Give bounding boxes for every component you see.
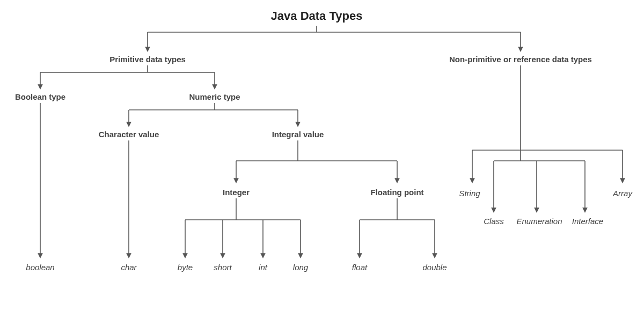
root-title: Java Data Types xyxy=(271,9,363,23)
leaf-byte: byte xyxy=(178,263,193,272)
node-character-value: Character value xyxy=(99,130,159,139)
leaf-class: Class xyxy=(484,217,504,226)
leaf-float: float xyxy=(352,263,367,272)
leaf-enumeration: Enumeration xyxy=(516,217,562,226)
leaf-char: char xyxy=(121,263,136,272)
leaf-boolean: boolean xyxy=(26,263,54,272)
leaf-double: double xyxy=(422,263,447,272)
connectors-svg xyxy=(0,0,644,334)
leaf-short: short xyxy=(214,263,231,272)
node-nonprimitive: Non-primitive or reference data types xyxy=(449,55,592,64)
leaf-int: int xyxy=(259,263,267,272)
node-floating-point: Floating point xyxy=(370,188,423,197)
leaf-array: Array xyxy=(613,189,632,198)
node-integral-value: Integral value xyxy=(272,130,324,139)
node-boolean-type: Boolean type xyxy=(15,92,65,101)
node-numeric-type: Numeric type xyxy=(189,92,240,101)
leaf-interface: Interface xyxy=(572,217,603,226)
node-integer: Integer xyxy=(223,188,250,197)
node-primitive: Primitive data types xyxy=(109,55,186,64)
diagram-stage: Java Data Types Primitive data types Non… xyxy=(0,0,644,334)
leaf-long: long xyxy=(293,263,308,272)
leaf-string: String xyxy=(459,189,480,198)
